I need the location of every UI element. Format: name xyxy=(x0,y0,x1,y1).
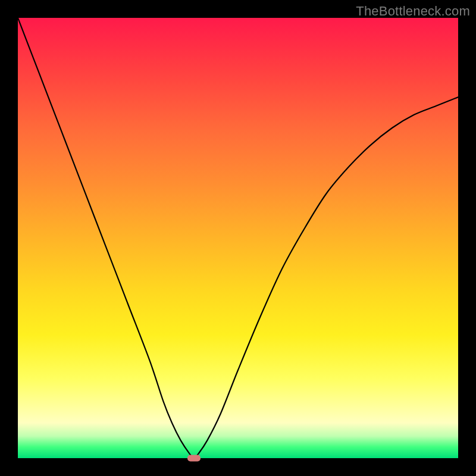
bottleneck-curve xyxy=(18,18,458,458)
chart-plot-area xyxy=(18,18,458,458)
watermark-text: TheBottleneck.com xyxy=(356,4,470,19)
optimal-point-marker xyxy=(187,455,201,462)
